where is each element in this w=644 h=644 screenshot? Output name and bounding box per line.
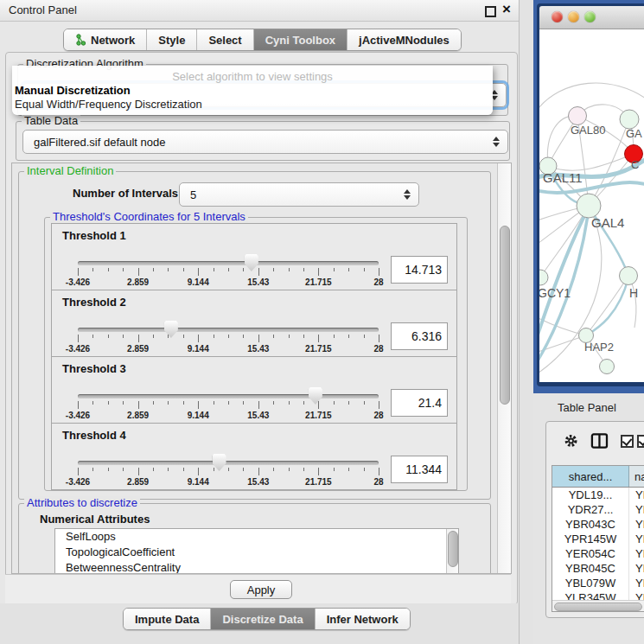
table-horizontal-scrollbar[interactable]	[552, 600, 644, 611]
dropdown-option-equal-width[interactable]: Equal Width/Frequency Discretization	[12, 98, 493, 112]
table-data-combobox-value: galFiltered.sif default node	[34, 136, 165, 149]
gear-icon[interactable]	[564, 433, 578, 449]
table-row[interactable]: YDL19...YDL1	[552, 488, 644, 502]
numerical-attributes-list[interactable]: SelfLoopsTopologicalCoefficientBetweenne…	[54, 528, 459, 574]
network-icon	[75, 34, 86, 46]
numerical-attributes-label: Numerical Attributes	[40, 513, 150, 526]
cell-name: YDR2	[629, 502, 644, 517]
tab-infer-network[interactable]: Infer Network	[315, 609, 410, 629]
dropdown-placeholder-item[interactable]: Select algorithm to view settings	[12, 70, 493, 84]
tab-select[interactable]: Select	[196, 29, 252, 50]
cell-name: YBR0	[629, 561, 644, 576]
cell-name: YBL0	[629, 576, 644, 590]
tick-label: 28	[373, 411, 383, 420]
tab-style[interactable]: Style	[146, 29, 196, 50]
tick-label: 21.715	[305, 411, 332, 420]
threshold-list: Threshold 1 -3.4262.8599.14415.4321.7152…	[51, 224, 457, 490]
column-header-shared-name[interactable]: shared...	[552, 466, 629, 487]
number-of-intervals-value: 5	[190, 188, 196, 201]
table-row[interactable]: YDR27...YDR2	[552, 502, 644, 517]
tab-network-label: Network	[91, 34, 135, 47]
close-traffic-light-icon[interactable]	[552, 11, 563, 22]
table-panel-title: Table Panel	[558, 401, 616, 414]
dropdown-option-manual[interactable]: Manual Discretization	[12, 84, 493, 98]
tab-discretize-data[interactable]: Discretize Data	[210, 609, 314, 629]
table-panel: Table Panel	[533, 393, 644, 644]
tab-impute-data[interactable]: Impute Data	[124, 609, 210, 629]
slider-ticks	[78, 401, 379, 410]
node-top-right[interactable]	[620, 110, 639, 129]
numerical-attribute-item[interactable]: TopologicalCoefficient	[55, 545, 458, 560]
threshold-4-slider[interactable]: -3.4262.8599.14415.4321.71528	[78, 454, 379, 488]
column-header-name[interactable]: na	[629, 466, 644, 487]
table-row[interactable]: YBR045CYBR0	[552, 561, 644, 576]
node-bottom[interactable]	[600, 360, 615, 374]
table-row[interactable]: YBR043CYBR0	[552, 517, 644, 532]
tick-label: -3.426	[66, 477, 90, 487]
list-scrollbar-thumb[interactable]	[448, 531, 458, 567]
tick-label: 21.715	[305, 344, 332, 354]
number-of-intervals-combobox[interactable]: 5	[179, 182, 419, 207]
cell-name: YER0	[629, 546, 644, 561]
network-window-titlebar[interactable]	[539, 6, 644, 29]
network-canvas[interactable]: GAL80 GA C GAL11 GAL4 GCY1 H HAP2	[539, 29, 644, 382]
slider-tick-labels: -3.4262.8599.14415.4321.71528	[78, 277, 379, 288]
table-row[interactable]: YER054CYER0	[552, 546, 644, 561]
minimize-traffic-light-icon[interactable]	[568, 11, 579, 22]
tab-jactivemnodules[interactable]: jActiveMNodules	[347, 29, 461, 50]
tick-label: 15.43	[247, 477, 269, 487]
threshold-1-value-field[interactable]	[391, 256, 448, 284]
table-row[interactable]: YPR145WYPR1	[552, 532, 644, 546]
tick-label: 2.859	[127, 477, 149, 487]
tick-label: -3.426	[66, 411, 90, 420]
slider-track[interactable]	[78, 394, 379, 399]
tick-label: 2.859	[127, 411, 149, 420]
table-data-combobox[interactable]: galFiltered.sif default node	[22, 130, 508, 154]
threshold-3-slider[interactable]: -3.4262.8599.14415.4321.71528	[78, 387, 379, 422]
settings-scrollbar-thumb[interactable]	[500, 226, 510, 405]
threshold-1-slider[interactable]: -3.4262.8599.14415.4321.71528	[78, 254, 379, 289]
tick-label: 15.43	[247, 277, 269, 287]
slider-track[interactable]	[78, 328, 379, 332]
algorithm-dropdown-popup: Select algorithm to view settings Manual…	[12, 66, 493, 115]
checkbox-icon[interactable]	[621, 435, 634, 448]
threshold-panel-1: Threshold 1 -3.4262.8599.14415.4321.7152…	[51, 223, 457, 290]
zoom-traffic-light-icon[interactable]	[584, 11, 596, 22]
split-columns-icon[interactable]	[590, 432, 609, 450]
node-table: shared... na YDL19...YDL1YDR27...YDR2YBR…	[552, 465, 644, 612]
table-row[interactable]: YBL079WYBL0	[552, 576, 644, 590]
node-label-gal80: GAL80	[571, 124, 605, 137]
checkbox-icon[interactable]	[637, 435, 644, 448]
table-header-row: shared... na	[552, 466, 644, 488]
tab-cyni-toolbox[interactable]: Cyni Toolbox	[253, 29, 347, 50]
node-gal4[interactable]	[577, 194, 601, 218]
numerical-attribute-item[interactable]: SelfLoops	[55, 529, 458, 545]
network-graph: GAL80 GA C GAL11 GAL4 GCY1 H HAP2	[539, 29, 644, 382]
apply-button[interactable]: Apply	[230, 580, 292, 599]
settings-vertical-scrollbar[interactable]	[497, 163, 511, 573]
tick-label: 2.859	[127, 277, 149, 287]
list-vertical-scrollbar[interactable]	[446, 529, 458, 574]
panel-splitter[interactable]	[519, 0, 534, 644]
float-window-icon[interactable]	[485, 6, 496, 17]
threshold-2-value-field[interactable]	[391, 322, 448, 350]
threshold-4-value-field[interactable]	[391, 456, 448, 483]
node-label-ga: GA	[626, 127, 642, 140]
numerical-attribute-item[interactable]: BetweennessCentrality	[55, 560, 458, 574]
node-label-gal11: GAL11	[543, 170, 583, 185]
tab-network[interactable]: Network	[64, 29, 146, 50]
threshold-2-slider[interactable]: -3.4262.8599.14415.4321.71528	[78, 321, 379, 355]
threshold-3-value-field[interactable]	[391, 389, 448, 417]
apply-toolbar: Apply	[5, 574, 511, 603]
slider-track[interactable]	[78, 461, 379, 465]
close-icon[interactable]: ×	[502, 1, 511, 18]
interval-definition-group-label: Interval Definition	[24, 164, 116, 177]
network-view-window[interactable]: GAL80 GA C GAL11 GAL4 GCY1 H HAP2	[537, 3, 644, 386]
node-h[interactable]	[620, 267, 638, 285]
application-window: Control Panel × Network Style Select	[0, 0, 644, 644]
slider-track[interactable]	[78, 261, 379, 265]
node-gal80[interactable]	[569, 107, 587, 125]
node-gcy1[interactable]	[539, 270, 548, 285]
tab-discretize-data-label: Discretize Data	[222, 613, 303, 626]
table-hscrollbar-thumb[interactable]	[554, 603, 642, 611]
